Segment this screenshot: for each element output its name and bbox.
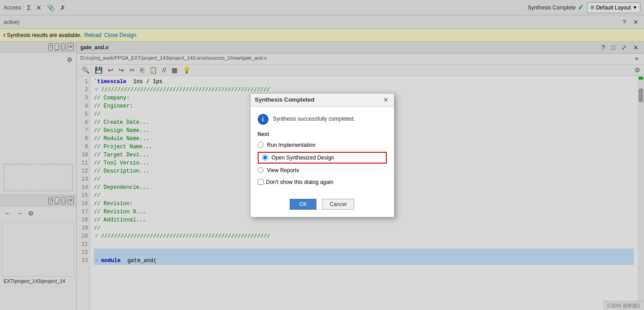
modal-close-button[interactable]: ✕ <box>382 96 389 103</box>
ok-button[interactable]: OK <box>290 199 316 210</box>
run-implementation-option[interactable]: Run Implementation <box>258 142 387 148</box>
modal-buttons: OK Cancel <box>250 194 394 217</box>
dont-show-checkbox[interactable] <box>258 179 264 185</box>
modal-overlay: Synthesis Completed ✕ i Synthesis succes… <box>0 0 644 310</box>
modal-body: i Synthesis successfully completed. Next… <box>250 107 394 194</box>
open-synthesized-design-radio[interactable] <box>262 155 268 160</box>
modal-title: Synthesis Completed <box>255 96 315 103</box>
open-synthesized-design-option[interactable]: Open Synthesized Design <box>258 152 387 164</box>
synthesis-completed-dialog: Synthesis Completed ✕ i Synthesis succes… <box>250 93 394 217</box>
open-synthesized-design-label[interactable]: Open Synthesized Design <box>272 155 334 161</box>
dont-show-row: Don't show this dialog again <box>258 179 387 185</box>
run-implementation-label[interactable]: Run Implementation <box>267 142 315 148</box>
modal-next-label: Next <box>258 131 387 137</box>
modal-info-text: Synthesis successfully completed. <box>273 114 355 122</box>
view-reports-option[interactable]: View Reports <box>258 167 387 174</box>
modal-info-row: i Synthesis successfully completed. <box>258 114 387 125</box>
info-icon: i <box>258 114 269 125</box>
cancel-button[interactable]: Cancel <box>322 199 354 210</box>
view-reports-label[interactable]: View Reports <box>267 167 299 174</box>
dont-show-label[interactable]: Don't show this dialog again <box>266 179 334 185</box>
run-implementation-radio[interactable] <box>258 142 264 148</box>
modal-titlebar: Synthesis Completed ✕ <box>250 94 394 107</box>
view-reports-radio[interactable] <box>258 167 264 173</box>
